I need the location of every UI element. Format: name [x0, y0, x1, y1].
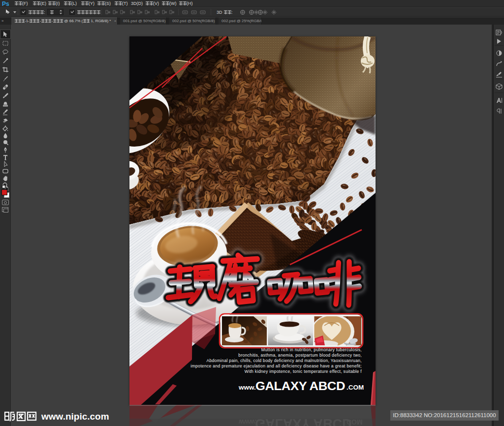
svg-text:Mutton is rich in nutrition, p: Mutton is rich in nutrition, pulmonary t… — [261, 347, 362, 352]
svg-text:bronchitis, asthma, anemia, po: bronchitis, asthma, anemia, postpartum b… — [238, 353, 362, 358]
svg-text:GALAXY ABCD: GALAXY ABCD — [255, 379, 345, 393]
svg-text:impotence and premature ejacul: impotence and premature ejaculation and … — [190, 364, 362, 368]
svg-text:.COM: .COM — [346, 384, 364, 391]
svg-text:With kidney impotence, tonic t: With kidney impotence, tonic temperature… — [245, 369, 362, 374]
svg-text:www.: www. — [238, 384, 256, 391]
svg-text:Abdominal pain, chills, cold b: Abdominal pain, chills, cold body defici… — [206, 358, 362, 363]
